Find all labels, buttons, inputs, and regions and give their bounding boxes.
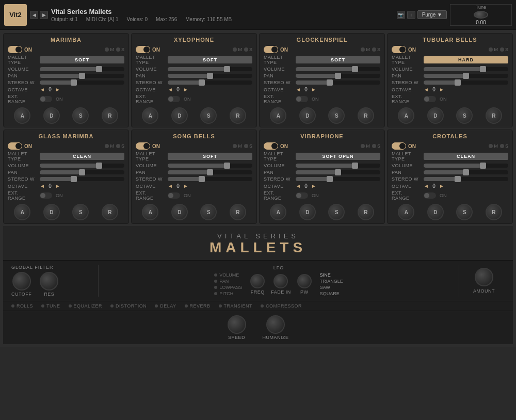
tab-equalizer[interactable]: EQUALIZER [69,303,103,309]
purge-button[interactable]: Purge ▼ [417,10,447,19]
pan-slider-glass-marimba[interactable] [40,170,124,174]
pan-slider-xylophone[interactable] [168,74,252,78]
octave-dec-xylophone[interactable]: ◄ [168,87,173,92]
octave-inc-song-bells[interactable]: ► [183,183,188,189]
adsr-d-vibraphone[interactable]: D [299,204,316,220]
stereo-slider-glockenspiel[interactable] [296,80,380,85]
octave-inc-glockenspiel[interactable]: ► [311,87,316,92]
waveform-sine[interactable]: SINE [320,272,343,278]
stereo-slider-marimba[interactable] [40,80,124,85]
adsr-a-crotales[interactable]: A [398,204,414,220]
ext-range-toggle-crotales[interactable] [424,192,436,199]
adsr-s-vibraphone[interactable]: S [328,204,345,220]
volume-slider-glass-marimba[interactable] [40,164,124,168]
ext-range-toggle-xylophone[interactable] [168,96,180,102]
adsr-d-marimba[interactable]: D [43,107,60,124]
mallet-type-btn-vibraphone[interactable]: SOFT OPEN [296,153,380,160]
adsr-d-crotales[interactable]: D [427,204,444,220]
stereo-slider-tubular-bells[interactable] [424,80,508,85]
adsr-r-song-bells[interactable]: R [230,204,246,220]
adsr-r-vibraphone[interactable]: R [358,204,374,220]
ext-range-toggle-vibraphone[interactable] [296,192,308,199]
stereo-slider-crotales[interactable] [424,177,508,181]
tab-tune[interactable]: TUNE [41,303,60,309]
volume-slider-glockenspiel[interactable] [296,67,380,71]
waveform-triangle[interactable]: TRIANGLE [320,279,343,284]
tab-transient[interactable]: TRANSIENT [219,303,253,309]
on-toggle-song-bells[interactable] [136,142,150,150]
mallet-type-btn-xylophone[interactable]: SOFT [168,56,252,63]
adsr-a-vibraphone[interactable]: A [270,204,286,220]
on-toggle-crotales[interactable] [392,142,406,150]
on-toggle-marimba[interactable] [8,46,22,53]
adsr-a-glass-marimba[interactable]: A [14,204,30,220]
adsr-s-glockenspiel[interactable]: S [328,107,345,124]
pan-slider-song-bells[interactable] [168,170,252,174]
adsr-r-crotales[interactable]: R [486,204,502,220]
speed-knob[interactable] [228,315,246,334]
on-toggle-tubular-bells[interactable] [392,46,406,53]
ext-range-toggle-glass-marimba[interactable] [40,192,52,199]
mallet-type-btn-tubular-bells[interactable]: HARD [424,56,508,63]
humanize-knob[interactable] [266,315,285,334]
volume-slider-vibraphone[interactable] [296,164,380,168]
tab-rolls[interactable]: ROLLS [11,303,33,309]
stereo-slider-xylophone[interactable] [168,80,252,85]
adsr-a-tubular-bells[interactable]: A [398,107,414,124]
waveform-saw[interactable]: SAW [320,285,343,290]
mallet-type-btn-crotales[interactable]: CLEAN [424,153,508,160]
octave-dec-glass-marimba[interactable]: ◄ [40,183,45,189]
adsr-r-xylophone[interactable]: R [230,107,246,124]
adsr-s-crotales[interactable]: S [456,204,473,220]
adsr-d-glockenspiel[interactable]: D [299,107,316,124]
lfo-knob-freq[interactable] [250,274,265,288]
adsr-a-marimba[interactable]: A [14,107,30,124]
next-button[interactable]: ▶ [40,11,48,19]
cutoff-knob[interactable] [12,272,31,290]
ext-range-toggle-song-bells[interactable] [168,192,180,199]
octave-dec-marimba[interactable]: ◄ [40,87,45,92]
info-button[interactable]: i [407,11,415,19]
adsr-a-song-bells[interactable]: A [142,204,158,220]
octave-inc-xylophone[interactable]: ► [183,87,188,92]
ext-range-toggle-glockenspiel[interactable] [296,96,308,102]
tab-distortion[interactable]: DISTORTION [110,303,147,309]
adsr-d-tubular-bells[interactable]: D [427,107,444,124]
lfo-target-lowpass[interactable]: LOWPASS [214,285,242,290]
lfo-target-pitch[interactable]: PITCH [214,291,242,296]
on-toggle-glass-marimba[interactable] [8,142,22,150]
mallet-type-btn-song-bells[interactable]: SOFT [168,153,252,160]
ext-range-toggle-tubular-bells[interactable] [424,96,436,102]
pan-slider-marimba[interactable] [40,74,124,78]
octave-inc-tubular-bells[interactable]: ► [439,87,444,92]
pan-slider-tubular-bells[interactable] [424,74,508,78]
prev-button[interactable]: ◀ [30,11,38,19]
tab-reverb[interactable]: REVERB [185,303,211,309]
stereo-slider-vibraphone[interactable] [296,177,380,181]
mallet-type-btn-marimba[interactable]: SOFT [40,56,124,63]
waveform-square[interactable]: SQUARE [320,291,343,296]
octave-inc-crotales[interactable]: ► [439,183,444,189]
adsr-r-tubular-bells[interactable]: R [486,107,502,124]
mallet-type-btn-glass-marimba[interactable]: CLEAN [40,153,124,160]
on-toggle-xylophone[interactable] [136,46,150,53]
volume-slider-crotales[interactable] [424,164,508,168]
pan-slider-crotales[interactable] [424,170,508,174]
tab-delay[interactable]: DELAY [155,303,176,309]
camera-button[interactable]: 📷 [397,11,405,19]
volume-slider-marimba[interactable] [40,67,124,71]
adsr-a-glockenspiel[interactable]: A [270,107,286,124]
res-knob[interactable] [40,272,58,290]
lfo-target-volume[interactable]: VOLUME [214,272,242,278]
octave-inc-marimba[interactable]: ► [55,87,60,92]
adsr-d-song-bells[interactable]: D [171,204,188,220]
tune-knob[interactable] [474,11,488,19]
tab-compressor[interactable]: COMPRESSOR [261,303,302,309]
volume-slider-xylophone[interactable] [168,67,252,71]
adsr-r-glockenspiel[interactable]: R [358,107,374,124]
ext-range-toggle-marimba[interactable] [40,96,52,102]
amount-knob[interactable] [475,268,493,286]
pan-slider-vibraphone[interactable] [296,170,380,174]
stereo-slider-glass-marimba[interactable] [40,177,124,181]
adsr-d-xylophone[interactable]: D [171,107,188,124]
